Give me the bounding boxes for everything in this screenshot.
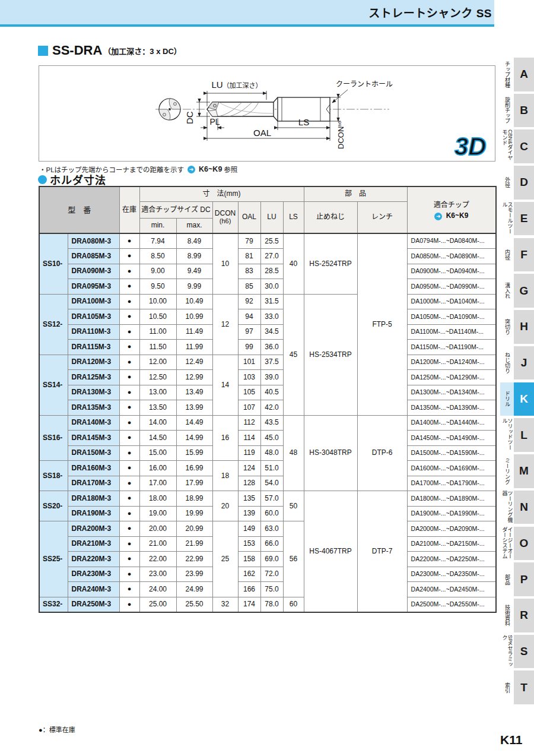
table-row: DRA095M-3●9.509.998530.0DA0950M-...~DA09…: [39, 279, 496, 295]
holder-dimensions-heading: ホルダ寸法: [38, 172, 106, 187]
sidebar-item-m[interactable]: ミーリングM: [500, 454, 534, 488]
sidebar-item-s[interactable]: SPKセラミックS: [500, 635, 534, 669]
sidebar-item-o[interactable]: イージーオーダーシステムO: [500, 527, 534, 561]
sidebar-item-label: 突切り: [500, 310, 514, 344]
sidebar-tab-letter[interactable]: P: [514, 562, 534, 596]
compatible-chip-cell: DA1600M-...~DA1690M-...: [407, 461, 496, 476]
sidebar-tab-letter[interactable]: H: [514, 310, 534, 344]
stock-cell: ●: [119, 324, 139, 340]
table-row: SS20-DRA180M-3●18.0018.992013557.050HS-4…: [39, 491, 496, 507]
sidebar-item-f[interactable]: 内径F: [500, 238, 534, 272]
table-row: DRA240M-3●24.0024.9916675.0DA2400M-...~D…: [39, 582, 496, 597]
compatible-chip-cell: DA1200M-...~DA1240M-...: [407, 355, 496, 370]
lu-cell: 36.0: [260, 340, 283, 355]
sidebar-tab-letter[interactable]: J: [514, 346, 534, 380]
compatible-chip-cell: DA1800M-...~DA1890M-...: [407, 491, 496, 507]
lu-cell: 78.0: [260, 597, 283, 612]
sidebar-tab-letter[interactable]: N: [514, 491, 534, 524]
sidebar-item-h[interactable]: 突切りH: [500, 310, 534, 344]
pl-note-reference-link[interactable]: K6~K9: [199, 165, 222, 173]
sidebar-tab-letter[interactable]: F: [514, 238, 534, 272]
compatible-chip-cell: DA1300M-...~DA1340M-...: [407, 385, 496, 400]
sidebar-tab-letter[interactable]: D: [514, 166, 534, 200]
max-dc-cell: 15.99: [176, 445, 212, 461]
pl-dimension-label: PL: [209, 117, 220, 126]
dc-dimension-label: DC: [185, 111, 195, 124]
sidebar-item-j[interactable]: ねじ切りJ: [500, 346, 534, 380]
sidebar-item-l[interactable]: ソリッドツールL: [500, 418, 534, 452]
min-dc-cell: 21.00: [139, 536, 176, 552]
table-row: SS16-DRA140M-3●14.0014.491611243.548HS-3…: [39, 415, 496, 431]
max-dc-cell: 18.99: [176, 491, 212, 507]
compatible-chip-cell: DA1500M-...~DA1590M-...: [407, 445, 496, 461]
model-number-cell: DRA120M-3: [68, 355, 119, 370]
table-row: DRA230M-3●23.0023.9916272.0DA2300M-...~D…: [39, 567, 496, 582]
min-dc-cell: 17.00: [139, 476, 176, 491]
sidebar-item-label: イージーオーダーシステム: [500, 527, 514, 561]
sidebar-tab-letter[interactable]: C: [514, 129, 534, 163]
model-number-cell: DRA080M-3: [68, 233, 119, 249]
stock-cell: ●: [119, 294, 139, 309]
table-row: DRA130M-3●13.0013.4910540.5DA1300M-...~D…: [39, 385, 496, 400]
max-dc-cell: 8.99: [176, 249, 212, 264]
sidebar-tab-letter[interactable]: O: [514, 527, 534, 561]
chip-header-reference-link[interactable]: K6~K9: [446, 211, 469, 220]
compatible-chip-cell: DA2000M-...~DA2090M-...: [407, 521, 496, 537]
sidebar-item-n[interactable]: ツーリング機器N: [500, 491, 534, 524]
reference-arrow-icon: ➜: [187, 166, 195, 173]
model-prefix-cell: SS20-: [39, 491, 68, 521]
model-prefix-cell: SS16-: [39, 415, 68, 461]
compatible-chip-cell: DA1100M-...~DA1140M-...: [407, 324, 496, 340]
sidebar-tab-letter[interactable]: B: [514, 94, 534, 128]
col-header-dcon: DCON (h6): [212, 201, 238, 233]
sidebar-item-d[interactable]: 外径D: [500, 166, 534, 200]
holder-dimensions-title: ホルダ寸法: [50, 172, 106, 187]
drill-end-view: [159, 99, 180, 120]
compatible-chip-cell: DA2400M-...~DA2450M-...: [407, 582, 496, 597]
sidebar-item-k[interactable]: ドリルK: [500, 382, 534, 416]
sidebar-item-p[interactable]: 部品P: [500, 562, 534, 596]
oal-cell: 128: [238, 476, 260, 491]
max-dc-cell: 24.99: [176, 582, 212, 597]
catalog-page: ストレートシャンク SS SS-DRA （加工深さ：3 x DC）: [0, 0, 534, 756]
sidebar-item-b[interactable]: 旋削チップB: [500, 94, 534, 128]
sidebar-item-t[interactable]: 索引T: [500, 670, 534, 704]
dcon-cell: 20: [212, 491, 238, 521]
stock-cell: ●: [119, 233, 139, 249]
max-dc-cell: 13.99: [176, 400, 212, 416]
stock-cell: ●: [119, 340, 139, 355]
sidebar-tab-letter[interactable]: A: [514, 58, 534, 91]
sidebar-item-g[interactable]: 溝入れG: [500, 274, 534, 308]
max-dc-cell: 11.49: [176, 324, 212, 340]
max-dc-cell: 10.99: [176, 309, 212, 325]
min-dc-cell: 22.00: [139, 552, 176, 567]
sidebar-tab-letter[interactable]: T: [514, 670, 534, 704]
col-header-parts-group: 部 品: [304, 186, 407, 201]
col-header-min: min.: [139, 218, 176, 233]
sidebar-item-label: 旋削チップ: [500, 94, 514, 128]
sidebar-item-e[interactable]: スモールツールE: [500, 202, 534, 236]
sidebar-tab-letter[interactable]: M: [514, 454, 534, 488]
table-row: DRA220M-3●22.0022.9915869.0DA2200M-...~D…: [39, 552, 496, 567]
sidebar-tab-letter[interactable]: E: [514, 202, 534, 236]
sidebar-tab-letter[interactable]: G: [514, 274, 534, 308]
sidebar-item-a[interactable]: チップ材種A: [500, 58, 534, 91]
dcon-dimension-label: DCONh6: [336, 121, 345, 149]
model-number-cell: DRA105M-3: [68, 309, 119, 325]
sidebar-item-c[interactable]: CBN&ダイヤモンドC: [500, 129, 534, 163]
stock-cell: ●: [119, 597, 139, 612]
stock-cell: ●: [119, 249, 139, 264]
sidebar-tab-letter[interactable]: L: [514, 418, 534, 452]
sidebar-tab-letter[interactable]: S: [514, 635, 534, 669]
compatible-chip-cell: DA1700M-...~DA1790M-...: [407, 476, 496, 491]
stock-cell: ●: [119, 536, 139, 552]
sidebar-tab-letter[interactable]: R: [514, 599, 534, 632]
table-row: SS18-DRA160M-3●16.0016.991812451.0DA1600…: [39, 461, 496, 476]
oal-cell: 114: [238, 431, 260, 446]
min-dc-cell: 18.00: [139, 491, 176, 507]
col-header-chip-size: 適合チップサイズ DC: [139, 201, 212, 218]
sidebar-item-r[interactable]: 技術資料R: [500, 599, 534, 632]
sidebar-tab-letter[interactable]: K: [514, 382, 534, 416]
min-dc-cell: 14.50: [139, 431, 176, 446]
dcon-cell: 12: [212, 294, 238, 355]
